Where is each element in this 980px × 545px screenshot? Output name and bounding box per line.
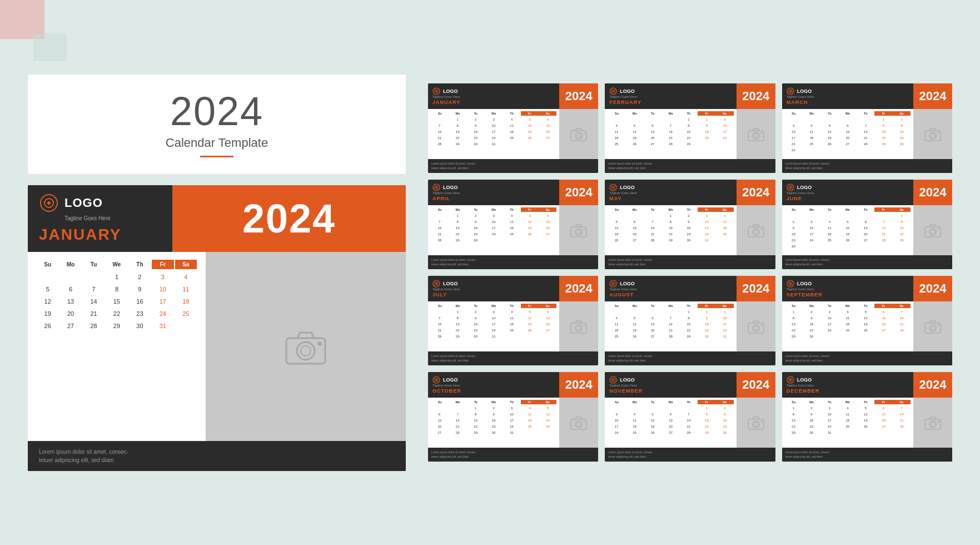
mini-year-8: 2024 <box>742 281 769 296</box>
mini-logo-text: LOGO <box>797 281 812 286</box>
cal-days: 1234567891011121314151617181920212223242… <box>37 271 197 331</box>
mini-footer: Lorem ipsum dolor sit amet, consec-tetue… <box>428 351 598 365</box>
mini-year-3: 2024 <box>919 89 947 103</box>
dh-mo: Mo <box>59 260 81 269</box>
large-month-name: JANUARY <box>39 226 161 244</box>
mini-month-1: JANUARY <box>432 100 555 105</box>
svg-point-61 <box>754 326 758 330</box>
svg-point-25 <box>929 132 936 139</box>
mini-photo-area <box>737 301 775 351</box>
footer-text: Lorem ipsum dolor sit amet, consec-tetue… <box>39 448 128 464</box>
mini-logo-icon <box>432 376 440 384</box>
cal-footer: Lorem ipsum dolor sit amet, consec-tetue… <box>28 441 406 471</box>
mini-year-4: 2024 <box>565 185 593 200</box>
mini-photo-area <box>559 205 598 255</box>
mini-year-10: 2024 <box>565 378 593 392</box>
svg-point-75 <box>577 423 581 427</box>
svg-point-83 <box>760 421 762 423</box>
mini-logo-text: LOGO <box>620 377 635 383</box>
mini-logo-icon <box>609 87 617 95</box>
svg-point-26 <box>931 134 935 138</box>
right-panel: LOGO Tagline Goes HereJANUARY2024SuMoTuW… <box>428 83 952 462</box>
mini-header: LOGO Tagline Goes HereNOVEMBER2024 <box>605 372 775 398</box>
mini-camera-icon <box>747 319 765 334</box>
svg-point-55 <box>584 325 585 326</box>
mini-camera-icon <box>747 223 765 237</box>
mini-photo-area <box>913 398 952 448</box>
svg-point-46 <box>929 229 936 235</box>
mini-year-5: 2024 <box>742 185 769 200</box>
svg-point-37 <box>613 187 614 188</box>
mini-calendar-10: LOGO Tagline Goes HereOCTOBER2024SuMoTuW… <box>428 372 598 462</box>
mini-month-10: OCTOBER <box>432 388 555 394</box>
mini-camera-icon <box>924 319 942 334</box>
svg-point-47 <box>931 230 935 234</box>
mini-calendar-12: LOGO Tagline Goes HereDECEMBER2024SuMoTu… <box>782 372 952 462</box>
svg-point-4 <box>297 342 315 360</box>
mini-footer: Lorem ipsum dolor sit amet, consec-tetue… <box>605 448 775 462</box>
mini-footer: Lorem ipsum dolor sit amet, consec-tetue… <box>782 159 952 173</box>
dh-sa: Sa <box>175 260 197 269</box>
mini-footer: Lorem ipsum dolor sit amet, consec-tetue… <box>782 255 952 269</box>
svg-point-6 <box>317 341 322 346</box>
mini-header: LOGO Tagline Goes HereAUGUST2024 <box>605 276 775 301</box>
cal-body: Su Mo Tu We Th Fr Sa 1234567891011121314… <box>28 252 406 441</box>
mini-header: LOGO Tagline Goes HereJUNE2024 <box>782 180 952 205</box>
svg-point-2 <box>47 201 51 205</box>
mini-month-9: SEPTEMBER <box>787 292 909 298</box>
svg-point-88 <box>929 421 936 428</box>
mini-month-2: FEBRUARY <box>609 100 732 105</box>
svg-point-5 <box>301 346 311 356</box>
svg-point-65 <box>789 283 790 284</box>
svg-point-90 <box>938 421 939 423</box>
svg-point-53 <box>575 325 582 331</box>
svg-point-9 <box>436 91 437 92</box>
mini-logo-text: LOGO <box>443 377 458 383</box>
svg-point-23 <box>789 91 790 92</box>
camera-icon <box>283 328 328 365</box>
mini-month-6: JUNE <box>787 196 909 201</box>
mini-calendar-7: LOGO Tagline Goes HereJULY2024SuMoTuWeTh… <box>428 276 598 365</box>
mini-photo-area <box>737 398 775 448</box>
mini-calendar-3: LOGO Tagline Goes HereMARCH2024SuMoTuWeT… <box>782 83 952 173</box>
mini-calendar-6: LOGO Tagline Goes HereJUNE2024SuMoTuWeTh… <box>782 180 952 269</box>
mini-year-2: 2024 <box>742 89 769 103</box>
mini-logo-icon <box>787 87 794 95</box>
svg-point-30 <box>436 187 437 188</box>
svg-point-40 <box>754 230 758 234</box>
mini-logo-text: LOGO <box>797 377 812 383</box>
svg-point-82 <box>754 423 758 427</box>
svg-point-68 <box>931 326 935 330</box>
svg-point-20 <box>760 132 762 134</box>
mini-header: LOGO Tagline Goes HereJULY2024 <box>428 276 598 301</box>
mini-camera-icon <box>570 127 588 141</box>
mini-footer: Lorem ipsum dolor sit amet, consec-tetue… <box>428 159 598 173</box>
mini-calendar-9: LOGO Tagline Goes HereSEPTEMBER2024SuMoT… <box>782 276 952 365</box>
mini-month-4: APRIL <box>432 196 555 201</box>
svg-point-18 <box>753 132 759 139</box>
svg-point-41 <box>760 229 762 230</box>
svg-point-44 <box>789 187 790 188</box>
corner-decoration <box>0 0 67 56</box>
mini-month-12: DECEMBER <box>787 388 909 394</box>
main-container: 2024 Calendar Template LOGO Tagline Goes <box>0 0 980 545</box>
cal-header-right: 2024 <box>172 185 406 252</box>
svg-point-34 <box>584 229 585 230</box>
dh-fr: Fr <box>152 260 173 269</box>
mini-month-7: JULY <box>432 292 555 298</box>
mini-photo-area <box>559 301 598 351</box>
tagline-text: Tagline Goes Here <box>64 215 161 221</box>
svg-point-76 <box>584 421 585 423</box>
mini-footer: Lorem ipsum dolor sit amet, consec-tetue… <box>782 351 952 365</box>
mini-year-6: 2024 <box>919 185 947 200</box>
mini-photo-area <box>913 205 952 255</box>
mini-camera-icon <box>570 415 588 430</box>
cal-grid-area: Su Mo Tu We Th Fr Sa 1234567891011121314… <box>28 252 206 441</box>
mini-footer: Lorem ipsum dolor sit amet, consec-tetue… <box>605 159 775 173</box>
svg-point-27 <box>938 132 939 134</box>
mini-photo-area <box>737 109 775 159</box>
svg-point-72 <box>436 379 437 380</box>
mini-header: LOGO Tagline Goes HereSEPTEMBER2024 <box>782 276 952 301</box>
mini-logo-text: LOGO <box>620 185 635 190</box>
mini-photo-area <box>559 398 598 448</box>
